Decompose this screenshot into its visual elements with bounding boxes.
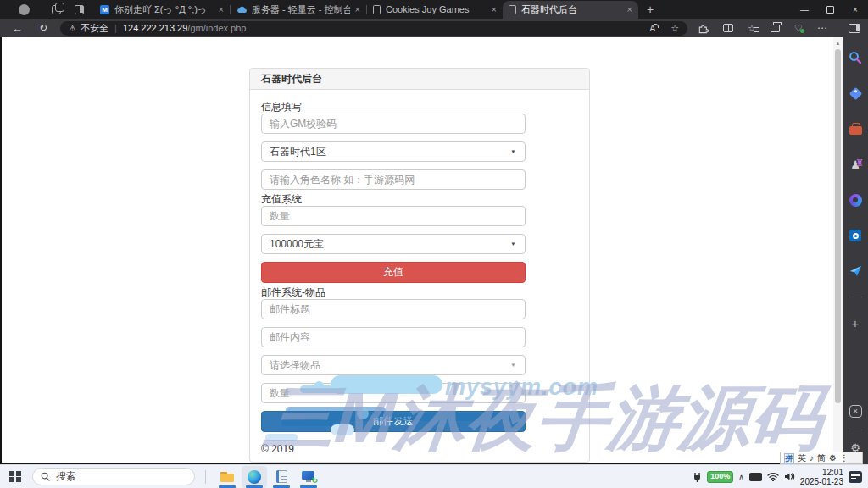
gm-code-input[interactable]: [261, 114, 526, 134]
sidebar-divider: [849, 430, 862, 430]
minimize-button[interactable]: —: [792, 0, 817, 19]
mail-title-input[interactable]: [261, 299, 526, 319]
tab-gm-backend-active[interactable]: 石器时代后台 ×: [503, 1, 638, 19]
chevron-down-icon: ▼: [510, 363, 515, 369]
taskbar-file-explorer[interactable]: [214, 466, 240, 488]
start-button[interactable]: [9, 471, 21, 483]
browser-titlebar: M 你别走吖 Σ(っ °Д °;)っ × 服务器 - 轻量云 - 控制台 × C…: [0, 0, 868, 19]
edge-icon: [248, 470, 261, 484]
tab-chat-page[interactable]: M 你别走吖 Σ(っ °Д °;)っ ×: [94, 0, 230, 19]
sidebar-shopping-icon[interactable]: [845, 83, 865, 103]
sidebar-outlook-icon[interactable]: [845, 225, 865, 246]
ime-pinyin-icon[interactable]: 拼: [784, 453, 794, 463]
tab-close-icon[interactable]: ×: [355, 5, 360, 14]
taskbar-edge[interactable]: [242, 466, 267, 488]
sidebar-app-close-icon[interactable]: ✕: [845, 401, 865, 421]
notepad-icon: [276, 470, 287, 483]
server-select[interactable]: 石器时代1区 ▼: [261, 141, 526, 162]
new-tab-button[interactable]: +: [647, 3, 654, 16]
taskbar-remote-pc[interactable]: ↻: [296, 466, 321, 488]
url-host[interactable]: 124.222.213.29: [123, 23, 187, 33]
tab-close-icon[interactable]: ×: [492, 5, 497, 14]
sidebar-toggle-icon[interactable]: [849, 24, 860, 33]
item-select[interactable]: 请选择物品 ▼: [261, 355, 526, 375]
tab-cloud-console[interactable]: 服务器 - 轻量云 - 控制台 ×: [231, 0, 366, 19]
touch-keyboard-icon[interactable]: [749, 473, 762, 481]
sidebar-customize-button[interactable]: +: [845, 313, 865, 333]
tab-close-icon[interactable]: ×: [219, 5, 224, 14]
info-section-label: 信息填写: [261, 102, 578, 112]
mail-section-label: 邮件系统-物品: [261, 287, 578, 297]
role-name-input[interactable]: [261, 169, 526, 190]
browser-toolbar: ← ↻ ⚠ 不安全 | 124.222.213.29 /gm/index.php…: [0, 19, 868, 37]
scrollbar-up-arrow[interactable]: ▲: [833, 37, 843, 46]
ime-sound-icon[interactable]: ♪: [810, 453, 814, 463]
page-favicon: [373, 5, 381, 14]
taskbar-notepad[interactable]: [269, 466, 294, 488]
favorite-star-icon[interactable]: ☆: [670, 23, 679, 34]
taskbar-divider: [205, 470, 206, 484]
settings-more-icon[interactable]: ⋯: [817, 22, 828, 34]
battery-percent-badge[interactable]: 100%: [707, 471, 733, 483]
ime-toolbar[interactable]: 拼 英 ♪ 简 ⚙ ⋮: [780, 452, 863, 464]
collections-icon[interactable]: [771, 25, 780, 32]
read-aloud-icon[interactable]: A: [650, 24, 659, 33]
power-plug-icon[interactable]: [693, 472, 702, 482]
mail-amount-input[interactable]: [261, 383, 526, 403]
tab-title: Cookies Joy Games: [386, 4, 487, 14]
split-screen-icon[interactable]: [723, 24, 733, 32]
sidebar-microsoft365-icon[interactable]: [845, 190, 865, 210]
profile-avatar-icon[interactable]: [19, 4, 30, 15]
recharge-section-label: 充值系统: [261, 194, 578, 204]
tray-chevron-up-icon[interactable]: ∧: [738, 473, 744, 481]
sidebar-drop-icon[interactable]: [845, 261, 865, 281]
mail-content-input[interactable]: [261, 327, 526, 347]
recharge-button[interactable]: 充值: [261, 262, 526, 283]
close-window-button[interactable]: ×: [843, 0, 868, 19]
tab-layout-icon[interactable]: [75, 5, 84, 14]
search-placeholder: 搜索: [56, 469, 76, 484]
favorites-icon[interactable]: ☆: [748, 23, 756, 34]
tab-close-icon[interactable]: ×: [627, 5, 632, 14]
sidebar-games-icon[interactable]: ♟♜: [845, 154, 865, 175]
chevron-down-icon: ▼: [510, 241, 515, 247]
currency-select[interactable]: 100000元宝 ▼: [261, 234, 526, 254]
clock-time: 12:01: [800, 468, 843, 477]
taskbar-search-box[interactable]: 搜索: [32, 468, 195, 485]
speaker-icon[interactable]: [784, 472, 795, 481]
workspaces-icon[interactable]: [52, 5, 61, 14]
pc-sync-icon: ↻: [302, 471, 315, 483]
ime-more-icon[interactable]: ⋮: [840, 453, 849, 463]
tab-title: 你别走吖 Σ(っ °Д °;)っ: [114, 3, 214, 16]
m-favicon: M: [100, 5, 109, 14]
url-path[interactable]: /gm/index.php: [187, 23, 246, 33]
item-select-placeholder: 请选择物品: [270, 358, 320, 373]
cloud-favicon: [236, 6, 247, 14]
browser-essentials-icon[interactable]: ♡: [794, 23, 803, 34]
sidebar-search-icon[interactable]: [845, 47, 865, 68]
tab-cookies-joy-games[interactable]: Cookies Joy Games ×: [367, 0, 503, 19]
page-viewport: 石器时代后台 信息填写 石器时代1区 ▼ 充值系统 100000元宝 ▼ 充值 …: [0, 37, 843, 464]
not-secure-label[interactable]: 不安全: [81, 22, 108, 35]
wifi-icon[interactable]: [767, 472, 779, 481]
maximize-button[interactable]: [817, 0, 843, 19]
sidebar-tools-icon[interactable]: [845, 119, 865, 139]
not-secure-warning-icon[interactable]: ⚠: [69, 24, 76, 33]
address-bar[interactable]: ⚠ 不安全 | 124.222.213.29 /gm/index.php A ☆: [60, 21, 687, 36]
recharge-amount-input[interactable]: [261, 206, 526, 226]
page-scrollbar[interactable]: ▲: [833, 37, 843, 463]
currency-select-value: 100000元宝: [270, 237, 324, 252]
mail-send-button[interactable]: 邮件发送: [261, 411, 526, 432]
clock-date: 2025-01-23: [800, 477, 843, 486]
scrollbar-thumb[interactable]: [835, 49, 841, 403]
sidebar-divider: [849, 297, 862, 297]
taskbar-clock[interactable]: 12:01 2025-01-23: [800, 468, 843, 486]
ime-english-icon[interactable]: 英: [798, 453, 806, 463]
extensions-icon[interactable]: [698, 23, 709, 34]
back-button[interactable]: ←: [12, 22, 23, 35]
notification-center-icon[interactable]: [849, 471, 862, 483]
ime-settings-gear-icon[interactable]: ⚙: [829, 453, 837, 463]
ime-simplified-icon[interactable]: 简: [817, 453, 826, 463]
refresh-button[interactable]: ↻: [39, 22, 47, 34]
tab-title: 石器时代后台: [521, 3, 622, 16]
